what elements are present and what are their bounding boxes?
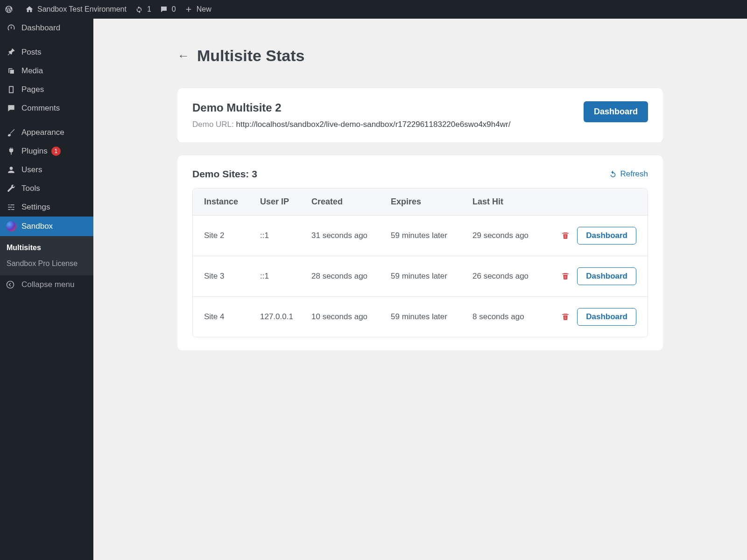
cell-created: 31 seconds ago (311, 231, 391, 240)
refresh-icon (609, 170, 617, 178)
comments-link[interactable]: 0 (160, 5, 176, 14)
cell-user-ip: ::1 (260, 231, 311, 240)
sidebar-item-sandbox[interactable]: Sandbox (0, 217, 93, 236)
site-dashboard-button[interactable]: Dashboard (577, 308, 636, 326)
wordpress-icon (5, 5, 13, 14)
comment-icon (6, 104, 17, 113)
sidebar-label: Posts (21, 48, 42, 57)
sidebar-label: Comments (21, 104, 60, 113)
updates-count: 1 (147, 5, 151, 14)
submenu-multisites[interactable]: Multisites (0, 240, 93, 256)
comments-count: 0 (172, 5, 176, 14)
cell-created: 28 seconds ago (311, 272, 391, 281)
updates-link[interactable]: 1 (135, 5, 151, 14)
submenu-license[interactable]: Sandbox Pro License (0, 256, 93, 272)
sidebar-item-posts[interactable]: Posts (0, 43, 93, 62)
cell-user-ip: ::1 (260, 272, 311, 281)
row-actions: Dashboard (561, 308, 636, 326)
cell-last-hit: 8 seconds ago (472, 312, 561, 322)
home-icon (25, 5, 34, 14)
sandbox-icon (6, 221, 17, 231)
cell-instance: Site 2 (204, 231, 260, 240)
sidebar-item-media[interactable]: Media (0, 62, 93, 80)
demo-sites-card: Demo Sites: 3 Refresh Instance User IP C… (177, 155, 663, 350)
refresh-label: Refresh (620, 169, 648, 179)
brush-icon (6, 128, 17, 137)
col-header-instance: Instance (204, 197, 260, 207)
delete-site-button[interactable] (561, 272, 570, 280)
cell-expires: 59 minutes later (391, 231, 472, 240)
site-home-link[interactable]: Sandbox Test Environment (25, 5, 127, 14)
cell-user-ip: 127.0.0.1 (260, 312, 311, 322)
admin-topbar: Sandbox Test Environment 1 0 New (0, 0, 747, 19)
col-header-expires: Expires (391, 197, 472, 207)
sidebar-item-comments[interactable]: Comments (0, 99, 93, 118)
cell-instance: Site 4 (204, 312, 260, 322)
demo-url-value: http://localhost/sandbox2/live-demo-sand… (236, 120, 511, 129)
page-icon (6, 85, 17, 94)
col-header-user-ip: User IP (260, 197, 311, 207)
cell-expires: 59 minutes later (391, 272, 472, 281)
user-icon (6, 165, 17, 175)
cell-created: 10 seconds ago (311, 312, 391, 322)
dashboard-icon (6, 23, 17, 33)
plug-icon (6, 147, 17, 156)
media-icon (6, 66, 17, 76)
refresh-button[interactable]: Refresh (609, 169, 648, 179)
svg-point-0 (7, 281, 14, 288)
site-dashboard-button[interactable]: Dashboard (577, 267, 636, 285)
collapse-menu-button[interactable]: Collapse menu (0, 275, 93, 294)
sidebar-label: Settings (21, 203, 50, 212)
site-name: Sandbox Test Environment (37, 5, 127, 14)
sidebar-submenu-sandbox: Multisites Sandbox Pro License (0, 236, 93, 275)
wp-logo-link[interactable] (5, 5, 17, 14)
col-header-last-hit: Last Hit (472, 197, 636, 207)
sidebar-label: Dashboard (21, 23, 60, 33)
sidebar-label: Tools (21, 184, 40, 193)
sidebar-item-plugins[interactable]: Plugins 1 (0, 142, 93, 161)
row-actions: Dashboard (561, 227, 636, 245)
plugins-update-badge: 1 (51, 147, 61, 156)
back-button[interactable]: ← (177, 49, 190, 63)
new-content-link[interactable]: New (184, 5, 211, 14)
admin-sidebar: Dashboard Posts Media Pages Comments App… (0, 19, 93, 560)
demo-url-label: Demo URL: (192, 120, 234, 129)
delete-site-button[interactable] (561, 313, 570, 321)
cell-expires: 59 minutes later (391, 312, 472, 322)
page-title: Multisite Stats (197, 47, 304, 65)
wrench-icon (6, 184, 17, 193)
collapse-label: Collapse menu (21, 280, 74, 289)
sidebar-item-settings[interactable]: Settings (0, 198, 93, 217)
site-dashboard-button[interactable]: Dashboard (577, 227, 636, 245)
refresh-icon (135, 5, 143, 14)
sidebar-item-pages[interactable]: Pages (0, 80, 93, 99)
sidebar-label: Sandbox (21, 222, 53, 231)
sidebar-item-users[interactable]: Users (0, 161, 93, 179)
cell-last-hit: 29 seconds ago (472, 231, 561, 240)
cell-instance: Site 3 (204, 272, 260, 281)
sidebar-label: Users (21, 165, 42, 175)
multisite-dashboard-button[interactable]: Dashboard (584, 101, 648, 122)
sidebar-label: Pages (21, 85, 44, 94)
new-label: New (197, 5, 211, 14)
plus-icon (184, 5, 193, 14)
delete-site-button[interactable] (561, 231, 570, 240)
sidebar-item-tools[interactable]: Tools (0, 179, 93, 198)
page-header: ← Multisite Stats (177, 47, 663, 65)
demo-sites-title: Demo Sites: 3 (192, 168, 257, 180)
pin-icon (6, 48, 17, 57)
collapse-icon (6, 280, 17, 289)
col-header-created: Created (311, 197, 391, 207)
comment-icon (160, 5, 168, 14)
sidebar-item-dashboard[interactable]: Dashboard (0, 19, 93, 37)
cell-last-hit: 26 seconds ago (472, 272, 561, 281)
sidebar-item-appearance[interactable]: Appearance (0, 123, 93, 142)
table-row: Site 3 ::1 28 seconds ago 59 minutes lat… (193, 256, 648, 297)
multisite-name: Demo Multisite 2 (192, 101, 510, 114)
table-row: Site 2 ::1 31 seconds ago 59 minutes lat… (193, 216, 648, 256)
sidebar-label: Plugins (21, 147, 48, 156)
main-content: ← Multisite Stats Demo Multisite 2 Demo … (93, 19, 747, 560)
table-header: Instance User IP Created Expires Last Hi… (193, 189, 648, 216)
sites-table: Instance User IP Created Expires Last Hi… (192, 188, 648, 337)
sliders-icon (6, 203, 17, 212)
